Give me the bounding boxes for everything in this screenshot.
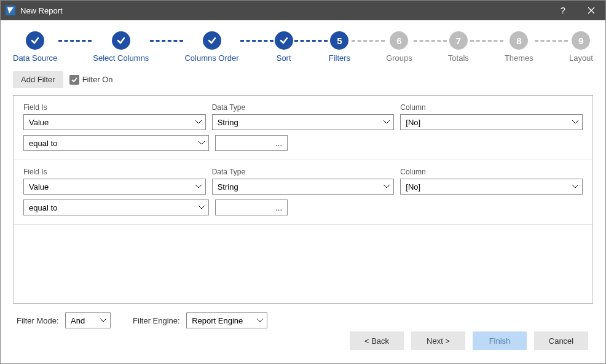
- close-button[interactable]: [577, 1, 605, 20]
- field-select[interactable]: Value: [23, 114, 206, 130]
- column-select[interactable]: [No]: [400, 114, 583, 130]
- check-icon: [112, 31, 130, 50]
- data-type-label: Data Type: [212, 168, 395, 176]
- step-number: 7: [449, 31, 468, 50]
- step-label: Sort: [277, 53, 291, 63]
- value-picker-button[interactable]: ...: [215, 199, 288, 215]
- wizard-steps: Data SourceSelect ColumnsColumns OrderSo…: [1, 20, 605, 63]
- step-label: Filters: [329, 53, 350, 63]
- add-filter-button[interactable]: Add Filter: [13, 71, 63, 88]
- operator-select[interactable]: equal to: [23, 135, 209, 151]
- filter-engine-label: Filter Engine:: [133, 316, 180, 325]
- step-connector: [57, 31, 93, 50]
- data-type-select[interactable]: String: [212, 114, 395, 130]
- field-select[interactable]: Value: [23, 179, 206, 195]
- wizard-step-themes[interactable]: 8Themes: [505, 31, 533, 63]
- value-picker-button[interactable]: ...: [215, 135, 288, 151]
- dialog-footer: < Back Next > Finish Cancel: [1, 328, 605, 363]
- step-label: Columns Order: [184, 53, 238, 63]
- titlebar: New Report ?: [1, 1, 605, 20]
- data-type-label: Data Type: [212, 103, 395, 112]
- operator-select[interactable]: equal to: [23, 199, 209, 215]
- step-connector: [412, 31, 448, 50]
- back-button[interactable]: < Back: [350, 331, 404, 350]
- step-connector: [533, 31, 569, 50]
- wizard-step-totals[interactable]: 7Totals: [448, 31, 469, 63]
- step-connector: [239, 31, 275, 50]
- data-type-select[interactable]: String: [212, 179, 395, 195]
- checkbox-check-icon: [69, 75, 79, 85]
- cancel-button[interactable]: Cancel: [534, 331, 588, 350]
- step-number: 6: [390, 31, 408, 50]
- step-number: 9: [572, 31, 590, 50]
- check-icon: [26, 31, 44, 50]
- filter-mode-label: Filter Mode:: [17, 316, 59, 325]
- check-icon: [203, 31, 221, 50]
- wizard-step-data-source[interactable]: Data Source: [13, 31, 57, 63]
- help-button[interactable]: ?: [549, 1, 577, 20]
- filter-block: Field IsValueData TypeStringColumn[No]eq…: [14, 160, 592, 225]
- field-is-label: Field Is: [23, 168, 206, 176]
- filter-mode-select[interactable]: And: [65, 312, 111, 328]
- step-connector: [469, 31, 505, 50]
- filters-toolbar: Add Filter Filter On: [1, 63, 605, 91]
- step-label: Totals: [448, 53, 469, 63]
- wizard-step-groups[interactable]: 6Groups: [386, 31, 412, 63]
- filter-on-label: Filter On: [82, 75, 113, 84]
- app-icon: [6, 6, 15, 15]
- step-label: Groups: [386, 53, 412, 63]
- step-number: 5: [330, 31, 348, 50]
- finish-button[interactable]: Finish: [473, 331, 527, 350]
- wizard-step-layout[interactable]: 9Layout: [569, 31, 593, 63]
- filter-block: Field IsValueData TypeStringColumn[No]eq…: [14, 96, 592, 160]
- step-label: Select Columns: [93, 53, 149, 63]
- step-connector: [350, 31, 386, 50]
- step-label: Themes: [505, 53, 533, 63]
- column-label: Column: [400, 168, 583, 176]
- filter-options: Filter Mode: And Filter Engine: Report E…: [1, 304, 605, 328]
- filters-pane: Field IsValueData TypeStringColumn[No]eq…: [13, 95, 593, 304]
- wizard-step-select-columns[interactable]: Select Columns: [93, 31, 149, 63]
- step-connector: [149, 31, 184, 50]
- next-button[interactable]: Next >: [411, 331, 465, 350]
- filter-engine-select[interactable]: Report Engine: [186, 312, 267, 328]
- column-label: Column: [400, 103, 583, 112]
- field-is-label: Field Is: [23, 103, 206, 112]
- filter-on-checkbox[interactable]: Filter On: [69, 75, 113, 85]
- wizard-step-sort[interactable]: Sort: [275, 31, 293, 63]
- column-select[interactable]: [No]: [400, 179, 583, 195]
- wizard-step-columns-order[interactable]: Columns Order: [184, 31, 238, 63]
- check-icon: [275, 31, 293, 50]
- window-title: New Report: [20, 6, 63, 15]
- step-label: Layout: [569, 53, 593, 63]
- step-connector: [293, 31, 329, 50]
- dialog-window: New Report ? Data SourceSelect ColumnsCo…: [0, 0, 606, 364]
- step-number: 8: [510, 31, 528, 50]
- step-label: Data Source: [13, 53, 57, 63]
- wizard-step-filters[interactable]: 5Filters: [329, 31, 350, 63]
